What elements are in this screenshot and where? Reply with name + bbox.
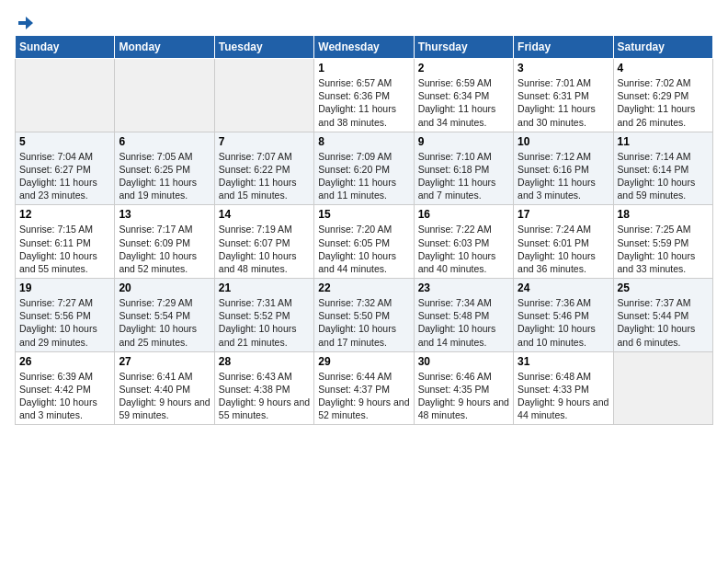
calendar-cell: 10Sunrise: 7:12 AM Sunset: 6:16 PM Dayli… xyxy=(514,132,613,205)
day-number: 21 xyxy=(219,282,310,294)
header-saturday: Saturday xyxy=(613,36,712,59)
cell-details: Sunrise: 7:20 AM Sunset: 6:05 PM Dayligh… xyxy=(318,223,409,275)
header-friday: Friday xyxy=(514,36,613,59)
logo-icon xyxy=(17,15,33,31)
header-sunday: Sunday xyxy=(16,36,115,59)
header-wednesday: Wednesday xyxy=(314,36,414,59)
day-number: 29 xyxy=(318,355,409,368)
calendar-table: SundayMondayTuesdayWednesdayThursdayFrid… xyxy=(15,35,713,425)
cell-details: Sunrise: 7:25 AM Sunset: 5:59 PM Dayligh… xyxy=(618,223,709,275)
day-number: 3 xyxy=(518,62,609,75)
header-thursday: Thursday xyxy=(414,36,513,59)
calendar-cell: 27Sunrise: 6:41 AM Sunset: 4:40 PM Dayli… xyxy=(115,351,214,425)
day-number: 1 xyxy=(318,62,409,75)
page-header xyxy=(15,15,713,28)
calendar-cell: 6Sunrise: 7:05 AM Sunset: 6:25 PM Daylig… xyxy=(115,132,214,205)
header-tuesday: Tuesday xyxy=(214,36,313,59)
day-number: 31 xyxy=(518,355,609,368)
calendar-cell: 5Sunrise: 7:04 AM Sunset: 6:27 PM Daylig… xyxy=(16,132,115,205)
day-number: 25 xyxy=(618,282,709,294)
cell-details: Sunrise: 7:09 AM Sunset: 6:20 PM Dayligh… xyxy=(318,150,409,202)
cell-details: Sunrise: 6:43 AM Sunset: 4:38 PM Dayligh… xyxy=(219,370,310,422)
day-number: 14 xyxy=(219,208,310,221)
day-number: 18 xyxy=(618,208,709,221)
day-number: 11 xyxy=(618,135,709,148)
calendar-cell: 9Sunrise: 7:10 AM Sunset: 6:18 PM Daylig… xyxy=(414,132,513,205)
day-number: 24 xyxy=(518,282,609,294)
cell-details: Sunrise: 6:59 AM Sunset: 6:34 PM Dayligh… xyxy=(418,76,509,129)
week-row-2: 5Sunrise: 7:04 AM Sunset: 6:27 PM Daylig… xyxy=(16,132,713,205)
svg-marker-0 xyxy=(18,17,33,29)
calendar-cell: 16Sunrise: 7:22 AM Sunset: 6:03 PM Dayli… xyxy=(414,205,513,279)
calendar-cell: 11Sunrise: 7:14 AM Sunset: 6:14 PM Dayli… xyxy=(613,132,712,205)
day-number: 30 xyxy=(418,355,509,368)
cell-details: Sunrise: 7:07 AM Sunset: 6:22 PM Dayligh… xyxy=(219,150,310,202)
calendar-cell: 19Sunrise: 7:27 AM Sunset: 5:56 PM Dayli… xyxy=(16,279,115,352)
cell-details: Sunrise: 7:19 AM Sunset: 6:07 PM Dayligh… xyxy=(219,223,310,275)
day-number: 9 xyxy=(418,135,509,148)
day-number: 7 xyxy=(219,135,310,148)
calendar-cell: 12Sunrise: 7:15 AM Sunset: 6:11 PM Dayli… xyxy=(16,205,115,279)
calendar-cell: 29Sunrise: 6:44 AM Sunset: 4:37 PM Dayli… xyxy=(314,351,414,425)
cell-details: Sunrise: 7:24 AM Sunset: 6:01 PM Dayligh… xyxy=(518,223,609,275)
cell-details: Sunrise: 6:48 AM Sunset: 4:33 PM Dayligh… xyxy=(518,370,609,422)
day-number: 27 xyxy=(119,355,210,368)
calendar-cell: 17Sunrise: 7:24 AM Sunset: 6:01 PM Dayli… xyxy=(514,205,613,279)
calendar-cell: 2Sunrise: 6:59 AM Sunset: 6:34 PM Daylig… xyxy=(414,59,513,132)
cell-details: Sunrise: 7:34 AM Sunset: 5:48 PM Dayligh… xyxy=(418,296,509,349)
cell-details: Sunrise: 7:36 AM Sunset: 5:46 PM Dayligh… xyxy=(518,296,609,349)
cell-details: Sunrise: 6:46 AM Sunset: 4:35 PM Dayligh… xyxy=(418,370,509,422)
calendar-cell: 26Sunrise: 6:39 AM Sunset: 4:42 PM Dayli… xyxy=(16,351,115,425)
day-number: 26 xyxy=(19,355,110,368)
day-number: 22 xyxy=(318,282,409,294)
week-row-1: 1Sunrise: 6:57 AM Sunset: 6:36 PM Daylig… xyxy=(16,59,713,132)
calendar-cell: 30Sunrise: 6:46 AM Sunset: 4:35 PM Dayli… xyxy=(414,351,513,425)
calendar-cell xyxy=(214,59,313,132)
cell-details: Sunrise: 7:27 AM Sunset: 5:56 PM Dayligh… xyxy=(19,296,110,349)
header-monday: Monday xyxy=(115,36,214,59)
cell-details: Sunrise: 7:01 AM Sunset: 6:31 PM Dayligh… xyxy=(518,76,609,129)
cell-details: Sunrise: 7:04 AM Sunset: 6:27 PM Dayligh… xyxy=(19,150,110,202)
cell-details: Sunrise: 7:32 AM Sunset: 5:50 PM Dayligh… xyxy=(318,296,409,349)
logo xyxy=(15,15,33,28)
cell-details: Sunrise: 7:10 AM Sunset: 6:18 PM Dayligh… xyxy=(418,150,509,202)
calendar-cell: 8Sunrise: 7:09 AM Sunset: 6:20 PM Daylig… xyxy=(314,132,414,205)
day-number: 19 xyxy=(19,282,110,294)
week-row-5: 26Sunrise: 6:39 AM Sunset: 4:42 PM Dayli… xyxy=(16,351,713,425)
day-number: 28 xyxy=(219,355,310,368)
calendar-cell xyxy=(613,351,712,425)
day-number: 15 xyxy=(318,208,409,221)
cell-details: Sunrise: 7:02 AM Sunset: 6:29 PM Dayligh… xyxy=(618,76,709,129)
day-number: 13 xyxy=(119,208,210,221)
day-number: 12 xyxy=(19,208,110,221)
cell-details: Sunrise: 6:44 AM Sunset: 4:37 PM Dayligh… xyxy=(318,370,409,422)
week-row-3: 12Sunrise: 7:15 AM Sunset: 6:11 PM Dayli… xyxy=(16,205,713,279)
calendar-cell: 25Sunrise: 7:37 AM Sunset: 5:44 PM Dayli… xyxy=(613,279,712,352)
cell-details: Sunrise: 7:17 AM Sunset: 6:09 PM Dayligh… xyxy=(119,223,210,275)
week-row-4: 19Sunrise: 7:27 AM Sunset: 5:56 PM Dayli… xyxy=(16,279,713,352)
cell-details: Sunrise: 7:12 AM Sunset: 6:16 PM Dayligh… xyxy=(518,150,609,202)
day-number: 6 xyxy=(119,135,210,148)
calendar-cell xyxy=(115,59,214,132)
day-number: 8 xyxy=(318,135,409,148)
cell-details: Sunrise: 6:41 AM Sunset: 4:40 PM Dayligh… xyxy=(119,370,210,422)
calendar-cell: 18Sunrise: 7:25 AM Sunset: 5:59 PM Dayli… xyxy=(613,205,712,279)
cell-details: Sunrise: 7:37 AM Sunset: 5:44 PM Dayligh… xyxy=(618,296,709,349)
calendar-cell: 13Sunrise: 7:17 AM Sunset: 6:09 PM Dayli… xyxy=(115,205,214,279)
day-number: 23 xyxy=(418,282,509,294)
calendar-cell: 4Sunrise: 7:02 AM Sunset: 6:29 PM Daylig… xyxy=(613,59,712,132)
day-number: 4 xyxy=(618,62,709,75)
calendar-cell: 28Sunrise: 6:43 AM Sunset: 4:38 PM Dayli… xyxy=(214,351,313,425)
day-number: 17 xyxy=(518,208,609,221)
calendar-cell: 23Sunrise: 7:34 AM Sunset: 5:48 PM Dayli… xyxy=(414,279,513,352)
calendar-cell: 31Sunrise: 6:48 AM Sunset: 4:33 PM Dayli… xyxy=(514,351,613,425)
cell-details: Sunrise: 6:39 AM Sunset: 4:42 PM Dayligh… xyxy=(19,370,110,422)
calendar-cell: 14Sunrise: 7:19 AM Sunset: 6:07 PM Dayli… xyxy=(214,205,313,279)
cell-details: Sunrise: 6:57 AM Sunset: 6:36 PM Dayligh… xyxy=(318,76,409,129)
cell-details: Sunrise: 7:15 AM Sunset: 6:11 PM Dayligh… xyxy=(19,223,110,275)
day-number: 5 xyxy=(19,135,110,148)
cell-details: Sunrise: 7:14 AM Sunset: 6:14 PM Dayligh… xyxy=(618,150,709,202)
day-number: 16 xyxy=(418,208,509,221)
calendar-header-row: SundayMondayTuesdayWednesdayThursdayFrid… xyxy=(16,36,713,59)
cell-details: Sunrise: 7:22 AM Sunset: 6:03 PM Dayligh… xyxy=(418,223,509,275)
